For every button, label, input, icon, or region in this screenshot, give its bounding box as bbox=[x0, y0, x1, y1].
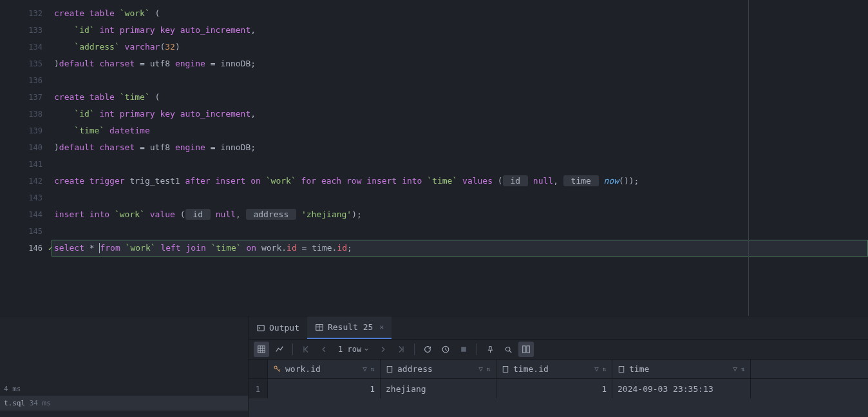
search-button[interactable] bbox=[500, 342, 516, 357]
auto-refresh-button[interactable] bbox=[438, 342, 453, 357]
sort-icon[interactable]: ⇅ bbox=[603, 365, 607, 373]
line-number: 138 bbox=[0, 106, 52, 122]
cell-address[interactable]: zhejiang bbox=[381, 379, 496, 398]
pin-button[interactable] bbox=[482, 342, 498, 357]
separator bbox=[414, 344, 415, 355]
separator bbox=[476, 344, 477, 355]
code-line[interactable]: `id` int primary key auto_increment, bbox=[52, 106, 868, 122]
separator bbox=[292, 344, 293, 355]
code-line[interactable]: `id` int primary key auto_increment, bbox=[52, 22, 868, 39]
code-line[interactable]: `address` varchar(32) bbox=[52, 39, 868, 55]
grid-view-button[interactable] bbox=[254, 342, 269, 357]
line-number: 134 bbox=[0, 39, 52, 55]
column-icon bbox=[618, 365, 625, 373]
execution-log-panel: 4 ms t.sql 34 ms bbox=[0, 316, 249, 417]
code-line[interactable] bbox=[52, 189, 868, 206]
column-icon bbox=[502, 365, 509, 373]
line-number: 144 bbox=[0, 206, 52, 223]
stop-button[interactable] bbox=[456, 342, 471, 357]
file-entry[interactable]: t.sql 34 ms bbox=[0, 396, 248, 411]
svg-rect-17 bbox=[503, 366, 508, 372]
refresh-button[interactable] bbox=[420, 342, 435, 357]
svg-rect-0 bbox=[258, 325, 265, 331]
svg-rect-14 bbox=[527, 346, 529, 353]
results-panel: 4 ms t.sql 34 ms Output Result 25 ✕ bbox=[0, 316, 868, 417]
line-number: 142 bbox=[0, 173, 52, 189]
svg-rect-18 bbox=[619, 366, 624, 372]
code-line[interactable] bbox=[52, 72, 868, 89]
code-line[interactable]: )default charset = utf8 engine = innoDB; bbox=[52, 55, 868, 72]
svg-point-15 bbox=[274, 366, 277, 369]
table-icon bbox=[315, 323, 324, 332]
filter-icon[interactable]: ▽ bbox=[733, 365, 737, 373]
column-header-time-id[interactable]: time.id ▽ ⇅ bbox=[496, 360, 612, 378]
sort-icon[interactable]: ⇅ bbox=[741, 365, 745, 373]
chart-view-button[interactable] bbox=[272, 342, 287, 357]
timing-text: 4 ms bbox=[0, 382, 248, 396]
line-number: 146✓ bbox=[0, 240, 52, 257]
svg-point-11 bbox=[505, 347, 510, 351]
column-header-work-id[interactable]: work.id ▽ ⇅ bbox=[268, 360, 381, 378]
code-line[interactable]: create table `time` ( bbox=[52, 89, 868, 106]
sort-icon[interactable]: ⇅ bbox=[371, 365, 375, 373]
svg-rect-13 bbox=[523, 346, 525, 353]
line-number: 145 bbox=[0, 223, 52, 240]
code-line[interactable]: `time` datetime bbox=[52, 122, 868, 139]
line-number: 141 bbox=[0, 156, 52, 173]
table-header-row: work.id ▽ ⇅ address ▽ ⇅ bbox=[249, 360, 868, 379]
prev-page-button[interactable] bbox=[316, 342, 332, 357]
code-content[interactable]: create table `work` ( `id` int primary k… bbox=[52, 0, 868, 316]
line-number: 135 bbox=[0, 55, 52, 72]
pk-icon bbox=[273, 365, 281, 373]
close-icon[interactable]: ✕ bbox=[379, 323, 384, 331]
row-number: 1 bbox=[249, 379, 268, 398]
line-number: 133 bbox=[0, 22, 52, 39]
filter-icon[interactable]: ▽ bbox=[363, 365, 367, 373]
svg-rect-4 bbox=[258, 346, 265, 353]
code-line[interactable]: select * from `work` left join `time` on… bbox=[52, 240, 868, 257]
cell-time-id[interactable]: 1 bbox=[496, 379, 612, 398]
tab-result[interactable]: Result 25 ✕ bbox=[307, 316, 392, 339]
code-line[interactable]: create trigger trig_test1 after insert o… bbox=[52, 173, 868, 189]
column-header-address[interactable]: address ▽ ⇅ bbox=[381, 360, 496, 378]
last-page-button[interactable] bbox=[393, 342, 409, 357]
code-line[interactable] bbox=[52, 156, 868, 173]
tab-output[interactable]: Output bbox=[249, 316, 307, 339]
cell-work-id[interactable]: 1 bbox=[268, 379, 381, 398]
tab-output-label: Output bbox=[269, 323, 299, 333]
line-number: 132 bbox=[0, 5, 52, 22]
code-line[interactable]: insert into `work` value ( id null, addr… bbox=[52, 206, 868, 223]
code-line[interactable]: create table `work` ( bbox=[52, 5, 868, 22]
code-editor[interactable]: 1321331341351361371381391401411421431441… bbox=[0, 0, 868, 316]
line-number: 137 bbox=[0, 89, 52, 106]
column-icon bbox=[386, 365, 393, 373]
svg-rect-10 bbox=[461, 347, 466, 352]
svg-rect-16 bbox=[387, 366, 392, 372]
filter-icon[interactable]: ▽ bbox=[478, 365, 483, 373]
line-number: 136 bbox=[0, 72, 52, 89]
code-line[interactable] bbox=[52, 223, 868, 240]
cell-time[interactable]: 2024-09-03 23:35:13 bbox=[612, 379, 751, 398]
first-page-button[interactable] bbox=[298, 342, 314, 357]
svg-line-12 bbox=[509, 351, 511, 353]
line-gutter: 1321331341351361371381391401411421431441… bbox=[0, 0, 52, 316]
sort-icon[interactable]: ⇅ bbox=[487, 365, 491, 373]
code-line[interactable]: )default charset = utf8 engine = innoDB; bbox=[52, 139, 868, 156]
line-number: 140 bbox=[0, 139, 52, 156]
filter-icon[interactable]: ▽ bbox=[594, 365, 599, 373]
table-row[interactable]: 1 1 zhejiang 1 2024-09-03 23:35:13 bbox=[249, 379, 868, 398]
line-number: 143 bbox=[0, 189, 52, 206]
results-toolbar: 1 row bbox=[249, 340, 868, 360]
tab-result-label: Result 25 bbox=[328, 322, 373, 332]
results-table[interactable]: work.id ▽ ⇅ address ▽ ⇅ bbox=[249, 360, 868, 417]
results-right-panel: Output Result 25 ✕ bbox=[249, 316, 868, 417]
chevron-down-icon bbox=[364, 347, 369, 352]
column-header-time[interactable]: time ▽ ⇅ bbox=[612, 360, 751, 378]
next-page-button[interactable] bbox=[375, 342, 391, 357]
row-number-header bbox=[249, 360, 268, 378]
file-name: t.sql bbox=[4, 399, 25, 407]
result-tabs: Output Result 25 ✕ bbox=[249, 316, 868, 340]
row-count-display[interactable]: 1 row bbox=[334, 345, 373, 354]
line-number: 139 bbox=[0, 122, 52, 139]
transpose-button[interactable] bbox=[518, 342, 534, 357]
